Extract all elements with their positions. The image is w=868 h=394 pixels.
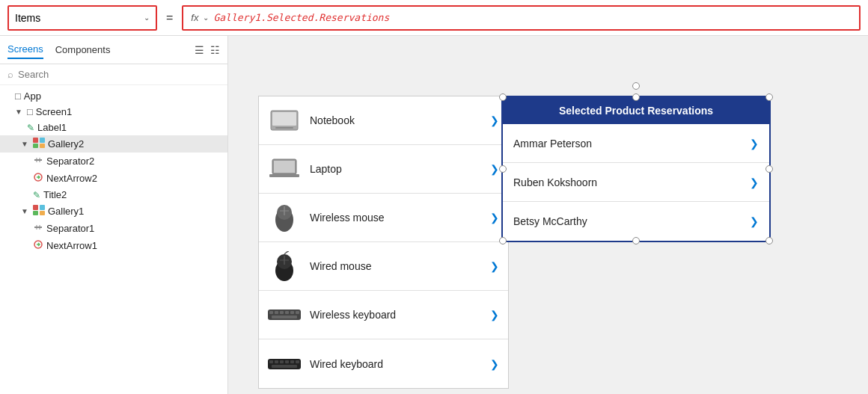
sidebar-item-screen1[interactable]: ▼ □ Screen1	[0, 104, 227, 120]
sidebar-item-label1[interactable]: ✎ Label1	[0, 120, 227, 135]
tree-item-label: NextArrow2	[46, 173, 97, 184]
product-name: Wireless mouse	[310, 212, 481, 224]
reservation-arrow-icon: ❯	[750, 176, 759, 188]
nextarrow-icon	[33, 172, 43, 185]
nextarrow-icon	[33, 239, 43, 252]
sidebar-item-nextarrow2[interactable]: NextArrow2	[0, 170, 227, 187]
grid-icon[interactable]: ☷	[210, 44, 220, 56]
reservation-item[interactable]: Betsy McCarthy ❯	[503, 202, 769, 241]
canvas: Notebook ❯ Laptop ❯	[228, 36, 868, 394]
formula-bar[interactable]: fx ⌄ Gallery1.Selected.Reservations	[182, 5, 861, 31]
list-item[interactable]: Notebook ❯	[259, 96, 508, 145]
reservation-arrow-icon: ❯	[750, 138, 759, 150]
tree-item-label: Screen1	[36, 106, 72, 117]
tree-item-label: Separator1	[46, 223, 94, 234]
tree-item-label: Title2	[43, 189, 67, 200]
selection-handle-br[interactable]	[765, 237, 773, 244]
product-arrow-icon: ❯	[490, 260, 499, 272]
svg-rect-34	[285, 311, 289, 314]
selection-handle-tr[interactable]	[765, 93, 773, 101]
main-layout: Screens Components ☰ ☷ ⌕ □ App ▼ □ Scr	[0, 36, 868, 394]
reservations-panel: Selected Product Reservations Ammar Pete…	[501, 96, 771, 242]
svg-rect-41	[280, 360, 284, 363]
svg-rect-21	[269, 174, 299, 177]
sidebar: Screens Components ☰ ☷ ⌕ □ App ▼ □ Scr	[0, 36, 228, 394]
reservation-item[interactable]: Ruben Kokshoorn ❯	[503, 163, 769, 202]
tree-item-label: Separator2	[46, 156, 94, 167]
list-item[interactable]: Laptop ❯	[259, 145, 508, 194]
sidebar-item-separator1[interactable]: Separator1	[0, 220, 227, 237]
selection-handle-bl[interactable]	[499, 237, 507, 244]
svg-rect-33	[280, 311, 284, 314]
tree-item-label: Label1	[37, 122, 67, 133]
equals-sign: =	[166, 11, 173, 25]
svg-rect-37	[272, 315, 297, 318]
wireless-keyboard-icon	[268, 301, 301, 329]
svg-rect-17	[272, 112, 296, 126]
selection-handle-tl[interactable]	[499, 93, 507, 101]
svg-rect-1	[40, 138, 45, 143]
selection-handle-bm[interactable]	[632, 237, 640, 244]
expand-arrow-icon[interactable]: ▼	[21, 140, 28, 148]
svg-rect-3	[40, 144, 45, 148]
product-gallery: Notebook ❯ Laptop ❯	[258, 96, 509, 389]
svg-rect-35	[290, 311, 294, 314]
reservation-name: Betsy McCarthy	[513, 215, 742, 227]
svg-rect-11	[40, 211, 45, 215]
tree-panel: □ App ▼ □ Screen1 ✎ Label1 ▼	[0, 85, 227, 394]
svg-rect-31	[269, 311, 273, 314]
sidebar-item-nextarrow1[interactable]: NextArrow1	[0, 237, 227, 254]
list-item[interactable]: Wireless mouse ❯	[259, 194, 508, 242]
expand-arrow-icon[interactable]: ▼	[15, 108, 22, 116]
sidebar-item-gallery1[interactable]: ▼ Gallery1	[0, 203, 227, 220]
product-arrow-icon: ❯	[490, 163, 499, 175]
product-name: Laptop	[310, 163, 481, 175]
svg-rect-36	[296, 311, 299, 314]
sidebar-tabs: Screens Components ☰ ☷	[0, 36, 227, 64]
reservation-name: Ruben Kokshoorn	[513, 176, 742, 188]
wired-mouse-icon	[268, 252, 301, 280]
list-item[interactable]: Wireless keyboard ❯	[259, 291, 508, 339]
tab-screens[interactable]: Screens	[7, 40, 43, 59]
reservation-item[interactable]: Ammar Peterson ❯	[503, 124, 769, 163]
search-input[interactable]	[18, 69, 220, 80]
list-item[interactable]: Wired keyboard ❯	[259, 339, 508, 388]
svg-rect-2	[33, 144, 38, 148]
product-arrow-icon: ❯	[490, 114, 499, 126]
app-icon: □	[15, 90, 21, 102]
sidebar-item-app[interactable]: □ App	[0, 88, 227, 104]
reservations-header: Selected Product Reservations	[503, 97, 769, 124]
label-icon: ✎	[27, 123, 34, 133]
selection-handle-mr[interactable]	[765, 165, 773, 173]
svg-rect-9	[40, 205, 45, 210]
selection-handle-tm[interactable]	[632, 93, 640, 101]
dropdown-chevron-icon[interactable]: ⌄	[144, 13, 150, 22]
svg-rect-42	[285, 360, 289, 363]
formula-text: Gallery1.Selected.Reservations	[213, 12, 389, 23]
svg-rect-45	[272, 365, 297, 368]
tree-item-label: NextArrow1	[46, 240, 97, 251]
rotation-handle[interactable]	[632, 82, 640, 90]
selection-handle-ml[interactable]	[499, 165, 507, 173]
svg-rect-20	[274, 161, 295, 173]
search-box: ⌕	[0, 64, 227, 85]
svg-rect-43	[290, 360, 294, 363]
product-arrow-icon: ❯	[490, 309, 499, 321]
svg-rect-0	[33, 138, 38, 143]
fx-chevron-icon[interactable]: ⌄	[203, 13, 209, 22]
gallery-icon	[33, 205, 45, 218]
items-dropdown[interactable]: Items ⌄	[7, 5, 157, 31]
sidebar-item-title2[interactable]: ✎ Title2	[0, 187, 227, 203]
tab-components[interactable]: Components	[55, 41, 111, 58]
svg-rect-39	[269, 360, 273, 363]
product-arrow-icon: ❯	[490, 358, 499, 370]
svg-rect-44	[296, 360, 299, 363]
expand-arrow-icon[interactable]: ▼	[21, 207, 28, 215]
title-icon: ✎	[33, 190, 40, 200]
screen-icon: □	[27, 106, 33, 117]
list-icon[interactable]: ☰	[195, 44, 204, 56]
sidebar-item-separator2[interactable]: Separator2	[0, 153, 227, 170]
fx-icon: fx	[191, 12, 198, 23]
sidebar-item-gallery2[interactable]: ▼ Gallery2	[0, 135, 227, 153]
list-item[interactable]: Wired mouse ❯	[259, 242, 508, 291]
